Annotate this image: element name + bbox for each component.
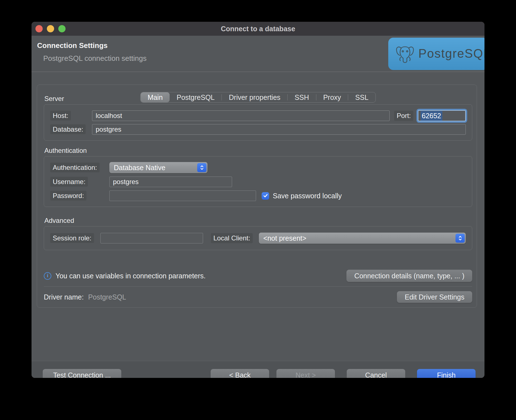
tab-main[interactable]: Main — [141, 92, 170, 102]
postgresql-banner: PostgreSQL — [388, 38, 484, 70]
page-subtitle: PostgreSQL connection settings — [43, 54, 146, 63]
connect-dialog-window: Connect to a database Connection Setting… — [32, 22, 484, 378]
dialog-body: Main PostgreSQL Driver properties SSH Pr… — [32, 85, 484, 378]
authentication-label: Authentication: — [50, 163, 100, 172]
cancel-button[interactable]: Cancel — [347, 369, 405, 378]
save-password-label[interactable]: Save password locally — [273, 192, 342, 200]
connection-tabs: Main PostgreSQL Driver properties SSH Pr… — [140, 92, 376, 103]
traffic-lights — [35, 25, 66, 32]
session-role-input[interactable] — [100, 233, 203, 243]
local-client-label: Local Client: — [211, 233, 253, 243]
zoom-window-icon[interactable] — [58, 25, 66, 32]
advanced-group: Session role: Local Client: <not present… — [44, 226, 472, 250]
server-group: Host: Port: 62652 Database: — [44, 104, 472, 141]
driver-row: Driver name: PostgreSQL Edit Driver Sett… — [44, 291, 472, 303]
host-label: Host: — [50, 111, 71, 120]
driver-divider — [44, 286, 472, 287]
password-input[interactable] — [109, 190, 256, 201]
back-button[interactable]: < Back — [211, 369, 269, 378]
session-role-label: Session role: — [50, 233, 94, 243]
dialog-button-bar: Test Connection ... < Back Next > Cancel… — [32, 361, 484, 378]
main-tab-panel: Server Host: Port: 62652 Database: Authe… — [37, 85, 477, 308]
tab-ssh[interactable]: SSH — [288, 92, 316, 102]
next-button: Next > — [276, 369, 335, 378]
title-bar[interactable]: Connect to a database — [32, 22, 484, 36]
tab-postgresql[interactable]: PostgreSQL — [170, 92, 221, 102]
database-input[interactable] — [92, 124, 466, 135]
database-label: Database: — [50, 124, 86, 134]
username-label: Username: — [50, 177, 88, 187]
host-input[interactable] — [92, 110, 390, 121]
finish-button[interactable]: Finish — [417, 369, 476, 378]
authentication-section-label: Authentication — [44, 147, 472, 155]
info-icon: i — [44, 272, 51, 280]
test-connection-button[interactable]: Test Connection ... — [43, 369, 121, 378]
window-title: Connect to a database — [221, 25, 295, 33]
tab-ssl[interactable]: SSL — [348, 92, 375, 102]
tab-driver-properties[interactable]: Driver properties — [222, 92, 288, 102]
connection-details-button[interactable]: Connection details (name, type, ... ) — [346, 270, 472, 282]
authentication-selected-value: Database Native — [114, 164, 165, 172]
checkmark-icon — [263, 194, 268, 198]
tab-proxy[interactable]: Proxy — [316, 92, 348, 102]
local-client-selected-value: <not present> — [263, 234, 306, 242]
save-password-checkbox[interactable] — [262, 192, 269, 200]
password-label: Password: — [50, 191, 86, 201]
port-selected-text: 62652 — [421, 111, 442, 121]
postgresql-elephant-icon — [395, 44, 415, 64]
minimize-window-icon[interactable] — [47, 25, 54, 32]
driver-name-value: PostgreSQL — [88, 293, 126, 301]
local-client-select[interactable]: <not present> — [259, 233, 466, 244]
chevron-up-down-icon — [455, 234, 465, 243]
chevron-up-down-icon — [197, 163, 206, 172]
edit-driver-settings-button[interactable]: Edit Driver Settings — [397, 291, 472, 303]
variables-info-row: i You can use variables in connection pa… — [44, 270, 472, 282]
port-input[interactable]: 62652 — [418, 110, 466, 121]
driver-name-label: Driver name: — [44, 293, 84, 301]
authentication-select[interactable]: Database Native — [109, 162, 208, 173]
postgresql-brand-text: PostgreSQL — [418, 47, 484, 61]
page-title: Connection Settings — [37, 41, 108, 50]
advanced-section-label: Advanced — [44, 217, 472, 225]
authentication-group: Authentication: Database Native Username… — [44, 156, 472, 207]
dialog-header: Connection Settings PostgreSQL connectio… — [32, 36, 484, 72]
port-label: Port: — [394, 111, 413, 121]
close-window-icon[interactable] — [35, 25, 43, 32]
username-input[interactable] — [109, 177, 232, 187]
variables-info-text: You can use variables in connection para… — [56, 272, 206, 280]
